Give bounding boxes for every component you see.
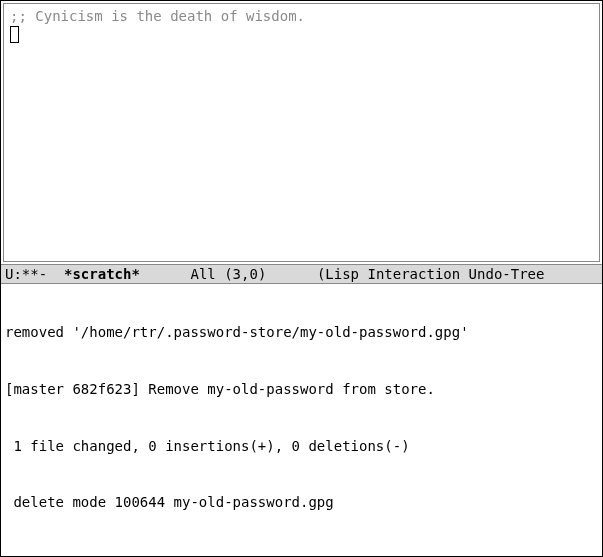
echo-line: [master 682f623] Remove my-old-password … [5,380,598,399]
emacs-window: ;; Cynicism is the death of wisdom. U:**… [1,1,602,556]
gap [140,266,191,282]
comment-text: ;; Cynicism is the death of wisdom. [10,8,593,24]
cursor-line [10,26,593,43]
modeline-status: U:**- [5,266,64,282]
gap [266,266,317,282]
echo-area: removed '/home/rtr/.password-store/my-ol… [1,284,602,556]
scratch-buffer[interactable]: ;; Cynicism is the death of wisdom. [3,3,600,262]
text-cursor [10,26,19,43]
modeline-position: All (3,0) [190,266,266,282]
echo-line: removed '/home/rtr/.password-store/my-ol… [5,323,598,342]
echo-line: 1 file changed, 0 insertions(+), 0 delet… [5,437,598,456]
modeline-modes: (Lisp Interaction Undo-Tree [317,266,545,282]
modeline-buffer-name: *scratch* [64,266,140,282]
echo-line: delete mode 100644 my-old-password.gpg [5,493,598,512]
mode-line[interactable]: U:**- *scratch* All (3,0) (Lisp Interact… [1,264,602,284]
